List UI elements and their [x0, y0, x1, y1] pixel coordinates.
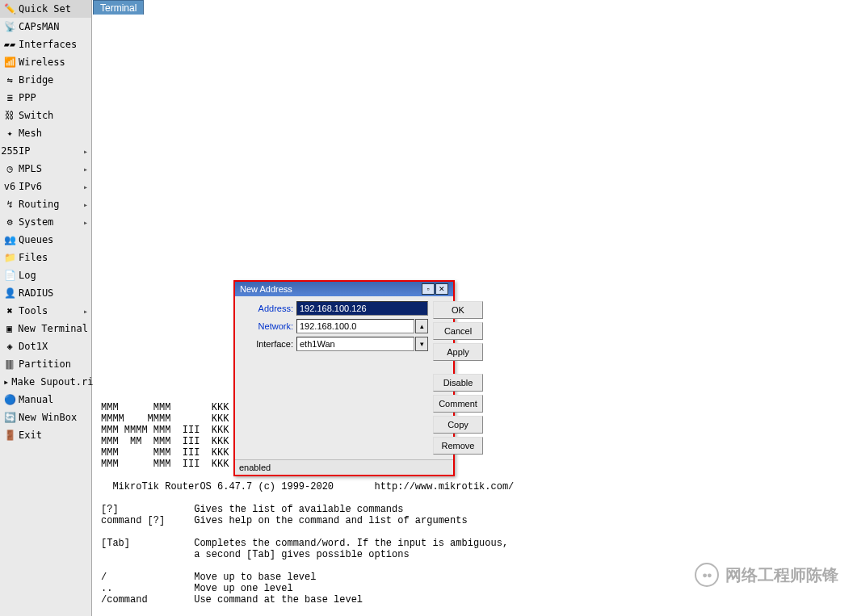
sidebar-item-label: Wireless [19, 57, 65, 68]
sidebar-item-dot1x[interactable]: ◈Dot1X [0, 337, 91, 355]
terminal-tab[interactable]: Terminal [93, 0, 144, 16]
supout-icon: ▸ [3, 375, 9, 388]
sidebar-item-label: Dot1X [19, 341, 48, 352]
sidebar-item-queues[interactable]: 👥Queues [0, 231, 91, 249]
sidebar-item-label: System [19, 216, 53, 228]
sidebar-item-mesh[interactable]: ✦Mesh [0, 124, 91, 142]
new-address-dialog: New Address ▫ ✕ Address: Network: ▴ Inte… [233, 280, 455, 476]
minimize-icon[interactable]: ▫ [422, 283, 435, 295]
sidebar-item-label: IPv6 [19, 181, 42, 192]
sidebar-item-system[interactable]: ⚙System▸ [0, 213, 91, 231]
sidebar-item-routing[interactable]: ↯Routing▸ [0, 195, 91, 213]
sidebar-item-label: Bridge [19, 74, 53, 86]
sidebar-item-supout[interactable]: ▸Make Supout.rif [0, 373, 91, 391]
chevron-right-icon: ▸ [83, 307, 88, 316]
sidebar-item-switch[interactable]: ⛓Switch [0, 107, 91, 124]
cancel-button[interactable]: Cancel [433, 322, 483, 340]
address-input[interactable] [296, 301, 428, 316]
sidebar-item-label: New WinBox [19, 412, 77, 423]
sidebar-item-exit[interactable]: 🚪Exit [0, 426, 91, 444]
triangle-up-icon[interactable]: ▴ [415, 319, 428, 333]
mpls-icon: ◷ [3, 162, 16, 175]
routing-icon: ↯ [3, 198, 16, 211]
chevron-right-icon: ▸ [83, 200, 88, 209]
close-icon[interactable]: ✕ [435, 283, 448, 295]
sidebar-item-log[interactable]: 📄Log [0, 266, 91, 284]
dialog-titlebar[interactable]: New Address ▫ ✕ [235, 282, 453, 296]
dialog-button-column: OK Cancel Apply Disable Comment Copy Rem… [433, 301, 483, 455]
interface-label: Interface: [240, 339, 293, 349]
sidebar-item-ip[interactable]: 255IP▸ [0, 142, 91, 160]
queues-icon: 👥 [3, 233, 16, 246]
network-label: Network: [240, 321, 293, 331]
dropdown-icon[interactable]: ▾ [415, 337, 428, 351]
sidebar-item-new-terminal[interactable]: ▣New Terminal [0, 320, 91, 337]
sidebar-item-wireless[interactable]: 📶Wireless [0, 53, 91, 71]
sidebar-item-interfaces[interactable]: ▰▰Interfaces [0, 36, 91, 53]
wifi-icon: 📶 [3, 56, 16, 69]
switch-icon: ⛓ [3, 109, 16, 122]
sidebar-item-tools[interactable]: ✖Tools▸ [0, 302, 91, 320]
ip-icon: 255 [3, 145, 16, 157]
sidebar-item-ipv6[interactable]: v6IPv6▸ [0, 178, 91, 195]
antenna-icon: 📡 [3, 20, 16, 33]
gear-icon: ⚙ [3, 216, 16, 228]
sidebar-item-manual[interactable]: 🔵Manual [0, 391, 91, 409]
sidebar-item-label: Switch [19, 110, 53, 121]
sidebar-item-label: Partition [19, 358, 71, 370]
sidebar-item-label: Log [19, 270, 36, 281]
tools-icon: ✖ [3, 304, 16, 317]
comment-button[interactable]: Comment [433, 395, 483, 413]
chevron-right-icon: ▸ [83, 165, 88, 174]
manual-icon: 🔵 [3, 393, 16, 406]
sidebar-item-label: Quick Set [19, 3, 71, 15]
sidebar-item-radius[interactable]: 👤RADIUS [0, 284, 91, 302]
sidebar-item-label: Routing [19, 199, 60, 210]
sidebar-item-files[interactable]: 📁Files [0, 249, 91, 266]
remove-button[interactable]: Remove [433, 437, 483, 455]
sidebar-item-label: Make Supout.rif [11, 376, 99, 388]
chevron-right-icon: ▸ [83, 147, 88, 156]
sidebar-item-bridge[interactable]: ⇋Bridge [0, 71, 91, 89]
sidebar-item-label: Files [19, 252, 48, 263]
sidebar-item-label: Manual [19, 394, 53, 405]
terminal-icon: ▣ [3, 322, 15, 335]
sidebar-item-label: Queues [19, 234, 53, 245]
apply-button[interactable]: Apply [433, 343, 483, 361]
copy-button[interactable]: Copy [433, 416, 483, 434]
sidebar-item-label: Interfaces [19, 39, 77, 50]
interface-input[interactable] [296, 337, 414, 351]
sidebar-item-label: Mesh [19, 128, 42, 139]
address-label: Address: [240, 304, 293, 313]
sidebar-item-label: Tools [19, 305, 48, 316]
ok-button[interactable]: OK [433, 301, 483, 319]
dialog-form: Address: Network: ▴ Interface: ▾ [240, 301, 428, 455]
sidebar-item-capsman[interactable]: 📡CAPsMAN [0, 18, 91, 36]
log-icon: 📄 [3, 269, 16, 282]
interfaces-icon: ▰▰ [3, 38, 16, 51]
network-input[interactable] [296, 319, 414, 333]
partition-icon: 🀫 [3, 358, 16, 371]
exit-icon: 🚪 [3, 429, 16, 442]
mesh-icon: ✦ [3, 127, 16, 140]
sidebar-item-new-winbox[interactable]: 🔄New WinBox [0, 409, 91, 426]
sidebar-item-label: Exit [19, 430, 42, 441]
ppp-icon: ≣ [3, 91, 16, 104]
disable-button[interactable]: Disable [433, 374, 483, 392]
sidebar-item-label: IP [19, 145, 30, 157]
pencil-icon: ✏️ [3, 2, 16, 15]
sidebar-item-ppp[interactable]: ≣PPP [0, 89, 91, 107]
ipv6-icon: v6 [3, 180, 16, 193]
folder-icon: 📁 [3, 251, 16, 264]
sidebar-item-label: New Terminal [18, 323, 88, 334]
sidebar-item-label: PPP [19, 92, 36, 103]
sidebar-item-mpls[interactable]: ◷MPLS▸ [0, 160, 91, 178]
sidebar-item-partition[interactable]: 🀫Partition [0, 355, 91, 373]
dot1x-icon: ◈ [3, 340, 16, 353]
dialog-title-text: New Address [240, 284, 292, 294]
sidebar: ✏️Quick Set 📡CAPsMAN ▰▰Interfaces 📶Wirel… [0, 0, 92, 616]
sidebar-item-quickset[interactable]: ✏️Quick Set [0, 0, 91, 18]
chevron-right-icon: ▸ [83, 182, 88, 191]
sidebar-item-label: MPLS [19, 163, 42, 174]
winbox-icon: 🔄 [3, 411, 16, 424]
